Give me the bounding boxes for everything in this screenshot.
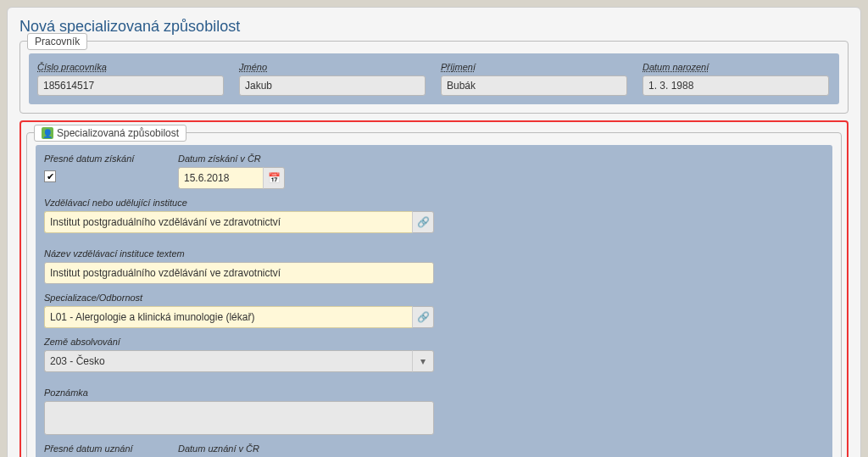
zeme-label: Země absolvování <box>44 337 434 347</box>
poznamka-textarea[interactable] <box>44 401 434 435</box>
pracovnik-legend-text: Pracovník <box>35 36 80 47</box>
prijmeni-input[interactable] <box>441 75 627 96</box>
datum-uznani-label: Datum uznání v ČR <box>178 443 432 454</box>
nazev-text-label: Název vzdělávací instituce textem <box>44 248 434 259</box>
narozeni-label: Datum narození <box>643 62 829 72</box>
instituce-input[interactable]: Institut postgraduálního vzdělávání ve z… <box>44 211 412 233</box>
poznamka-label: Poznámka <box>44 387 434 398</box>
pracovnik-fieldset: Pracovník Číslo pracovníka Jméno Příjmen… <box>19 41 849 114</box>
person-icon: 👤 <box>42 127 53 139</box>
nazev-text-input[interactable] <box>44 262 434 284</box>
narozeni-input[interactable] <box>643 75 829 96</box>
spec-fieldset: 👤 Specializovaná způsobilost Přesné datu… <box>26 132 842 457</box>
specializace-label: Specializace/Odbornost <box>44 293 434 303</box>
prijmeni-label: Příjmení <box>441 62 627 72</box>
spec-legend: 👤 Specializovaná způsobilost <box>34 125 186 142</box>
chevron-down-icon[interactable]: ▾ <box>412 350 434 372</box>
link-icon[interactable]: 🔗 <box>412 306 434 328</box>
presne-uznani-label: Přesné datum uznání <box>44 443 163 454</box>
cislo-input[interactable] <box>37 75 224 96</box>
pracovnik-legend: Pracovník <box>27 33 87 50</box>
jmeno-label: Jméno <box>239 62 426 72</box>
spec-body: Přesné datum získání ✔ Datum získání v Č… <box>36 145 832 457</box>
link-icon[interactable]: 🔗 <box>412 211 434 233</box>
datum-ziskani-input[interactable] <box>178 167 263 189</box>
presne-ziskani-label: Přesné datum získání <box>44 153 163 164</box>
instituce-label: Vzdělávací nebo udělující instituce <box>44 198 434 208</box>
specializace-input[interactable]: L01 - Alergologie a klinická imunologie … <box>44 306 412 328</box>
pracovnik-body: Číslo pracovníka Jméno Příjmení Datum na… <box>29 53 839 104</box>
spec-legend-text: Specializovaná způsobilost <box>57 127 179 139</box>
cislo-label: Číslo pracovníka <box>37 62 224 72</box>
datum-ziskani-label: Datum získání v ČR <box>178 153 285 164</box>
presne-ziskani-checkbox[interactable]: ✔ <box>44 170 56 182</box>
page-title: Nová specializovaná způsobilost <box>19 18 849 36</box>
jmeno-input[interactable] <box>239 75 426 96</box>
calendar-icon[interactable]: 📅 <box>263 167 285 189</box>
zeme-select[interactable]: 203 - Česko <box>44 350 412 372</box>
highlight-box: 👤 Specializovaná způsobilost Přesné datu… <box>19 120 849 457</box>
main-panel: Nová specializovaná způsobilost Pracovní… <box>7 7 861 457</box>
